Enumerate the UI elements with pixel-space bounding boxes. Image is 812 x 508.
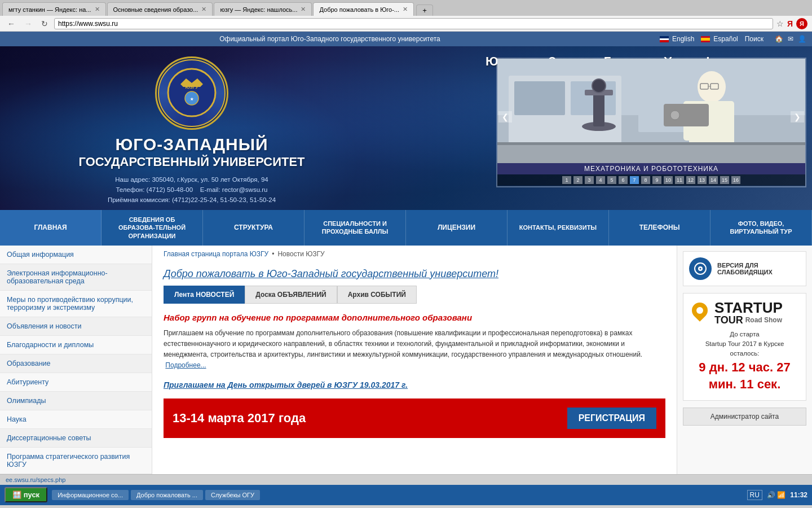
tab-news[interactable]: Лента НОВОСТЕЙ: [164, 286, 245, 304]
slide-dot-5[interactable]: 5: [607, 176, 616, 184]
startup-info: До старта Startup Tour 2017 в Курске ост…: [690, 330, 799, 359]
bookmark-button[interactable]: ☆: [776, 19, 784, 28]
slide-dot-2[interactable]: 2: [573, 176, 582, 184]
tab-close-1[interactable]: ✕: [95, 6, 100, 13]
forward-button[interactable]: →: [21, 18, 35, 29]
slide-dot-12[interactable]: 12: [686, 176, 695, 184]
nav-item-media[interactable]: ФОТО, ВИДЕО, ВИРТУАЛЬНЫЙ ТУР: [710, 210, 812, 246]
main-layout: Общая информация Электронная информацион…: [0, 246, 812, 474]
tab-close-2[interactable]: ✕: [201, 6, 206, 13]
nav-item-licenses[interactable]: ЛИЦЕНЗИИ: [406, 210, 508, 246]
page-title-link[interactable]: Юго-Западный государственный университет…: [267, 268, 498, 279]
tab-archive[interactable]: Архив СОБЫТИЙ: [337, 286, 417, 304]
sidebar-item-anticorruption[interactable]: Меры по противодействию коррупции, терро…: [0, 291, 152, 317]
slide-dot-9[interactable]: 9: [652, 176, 661, 184]
sidebar-item-news[interactable]: Объявления и новости: [0, 317, 152, 336]
tab-close-3[interactable]: ✕: [301, 6, 306, 13]
browser-tab-1[interactable]: мгту станкин — Яндекс: на... ✕: [2, 2, 106, 16]
svg-point-13: [592, 79, 606, 93]
tab-announcements[interactable]: Доска ОБЪЯВЛЕНИЙ: [245, 286, 337, 304]
svg-text:★: ★: [190, 97, 194, 101]
top-icons: 🏠 ✉ 👤: [775, 35, 812, 43]
slide-dot-8[interactable]: 8: [641, 176, 650, 184]
pin-inner: [696, 307, 703, 314]
news-3-date: 13-14 марта 2017 года: [173, 411, 306, 426]
page-title: Добро пожаловать в Юго-Западный государс…: [164, 262, 665, 286]
reload-button[interactable]: ↻: [38, 18, 51, 29]
nav-item-home[interactable]: ГЛАВНАЯ: [0, 210, 102, 246]
slide-dot-4[interactable]: 4: [596, 176, 605, 184]
back-button[interactable]: ←: [5, 18, 18, 29]
sidebar-item-general[interactable]: Общая информация: [0, 246, 152, 264]
search-link[interactable]: Поиск: [745, 35, 764, 43]
slide-dot-3[interactable]: 3: [585, 176, 594, 184]
sidebar-item-olympiads[interactable]: Олимпиады: [0, 392, 152, 410]
slide-dot-10[interactable]: 10: [664, 176, 673, 184]
svg-point-22: [670, 111, 679, 120]
slide-dot-13[interactable]: 13: [698, 176, 707, 184]
taskbar-lang[interactable]: RU: [747, 490, 762, 500]
taskbar-items: Информационное со... Добро пожаловать ..…: [52, 490, 260, 500]
nav-item-structure[interactable]: СТРУКТУРА: [203, 210, 304, 246]
admin-box: Администратор сайта: [683, 408, 806, 426]
svg-rect-11: [593, 93, 604, 126]
taskbar-item-2[interactable]: Добро пожаловать ...: [131, 490, 203, 500]
yandex-icon[interactable]: Я: [796, 18, 807, 29]
taskbar-item-1[interactable]: Информационное со...: [52, 490, 129, 500]
slide-prev-button[interactable]: ❮: [498, 111, 512, 122]
news-1-title: Набор групп на обучение по программам до…: [164, 313, 665, 322]
slide-dot-7[interactable]: 7: [630, 176, 639, 184]
start-button[interactable]: 🪟 пуск: [5, 487, 47, 502]
startup-title-block: STARTUP TOUR Road Show: [714, 300, 783, 325]
english-link[interactable]: English: [660, 35, 694, 43]
breadcrumb-home[interactable]: Главная страница портала ЮЗГУ: [164, 250, 268, 258]
startup-title: STARTUP: [714, 300, 783, 315]
startup-countdown: 9 дн. 12 час. 27 мин. 11 сек.: [690, 359, 799, 394]
slide-dot-1[interactable]: 1: [562, 176, 571, 184]
startup-pin: [690, 301, 710, 324]
sidebar-item-science[interactable]: Наука: [0, 410, 152, 429]
crest-text: ЮЗГУ ★: [166, 67, 217, 119]
sidebar-item-education[interactable]: Образование: [0, 354, 152, 373]
tab-close-4[interactable]: ✕: [403, 6, 408, 13]
new-tab-button[interactable]: +: [416, 5, 433, 16]
yandex-button[interactable]: Я: [787, 19, 793, 28]
slide-dot-15[interactable]: 15: [720, 176, 729, 184]
news-3-register[interactable]: РЕГИСТРАЦИЯ: [567, 408, 656, 429]
navigation-menu: ГЛАВНАЯ СВЕДЕНИЯ ОБ ОБРАЗОВА-ТЕЛЬНОЙ ОРГ…: [0, 210, 812, 246]
browser-tab-4[interactable]: Добро пожаловать в Юго-... ✕: [313, 2, 414, 16]
nav-item-phones[interactable]: ТЕЛЕФОНЫ: [609, 210, 710, 246]
person-icon[interactable]: 👤: [798, 35, 806, 43]
url-bar[interactable]: [54, 18, 773, 29]
slide-dot-11[interactable]: 11: [675, 176, 684, 184]
news-1-more[interactable]: Подробнее...: [165, 361, 206, 369]
vision-box[interactable]: ВЕРСИЯ ДЛЯ СЛАБОВИДЯЩИХ: [683, 251, 806, 286]
browser-tab-3[interactable]: юзгу — Яндекс: нашлось... ✕: [214, 2, 312, 16]
startup-tour-box[interactable]: STARTUP TOUR Road Show До старта Startup…: [683, 293, 806, 401]
start-icon: 🪟: [12, 491, 21, 499]
news-1-title-link[interactable]: программам дополнительного образовани: [286, 313, 472, 322]
news-item-2[interactable]: Приглашаем на День открытых дверей в ЮЗГ…: [164, 380, 665, 389]
home-icon[interactable]: 🏠: [775, 35, 783, 43]
slide-dot-6[interactable]: 6: [619, 176, 628, 184]
nav-item-info[interactable]: СВЕДЕНИЯ ОБ ОБРАЗОВА-ТЕЛЬНОЙ ОРГАНИЗАЦИИ: [102, 210, 203, 246]
sidebar-item-diplomas[interactable]: Благодарности и дипломы: [0, 336, 152, 354]
slide-dot-16[interactable]: 16: [731, 176, 740, 184]
taskbar-item-3[interactable]: Службекы ОГУ: [205, 490, 260, 500]
es-flag-icon: [701, 36, 710, 42]
mail-icon[interactable]: ✉: [788, 35, 793, 43]
nav-item-specialties[interactable]: СПЕЦИАЛЬНОСТИ И ПРОХОДНЫЕ БАЛЛЫ: [304, 210, 406, 246]
spanish-link[interactable]: Español: [701, 35, 738, 43]
sidebar-item-dissertation[interactable]: Диссертационные советы: [0, 429, 152, 448]
startup-logo: STARTUP TOUR Road Show: [690, 300, 799, 325]
news-1-body: Приглашаем на обучение по программам доп…: [164, 328, 665, 371]
sidebar-item-applicants[interactable]: Абитуриенту: [0, 373, 152, 392]
right-sidebar: ВЕРСИЯ ДЛЯ СЛАБОВИДЯЩИХ STARTUP: [677, 246, 812, 474]
browser-tab-2[interactable]: Основные сведения образо... ✕: [107, 2, 213, 16]
sidebar-item-strategy[interactable]: Программа стратегического развития ЮЗГУ: [0, 448, 152, 474]
nav-item-contacts[interactable]: КОНТАКТЫ, РЕКВИЗИТЫ: [508, 210, 609, 246]
sidebar-item-eios[interactable]: Электронная информационно-образовательна…: [0, 264, 152, 291]
slide-dot-14[interactable]: 14: [709, 176, 718, 184]
slide-next-button[interactable]: ❯: [791, 111, 804, 122]
slide-caption: МЕХАТРОНИКА И РОБОТОТЕХНИКА: [497, 163, 805, 174]
